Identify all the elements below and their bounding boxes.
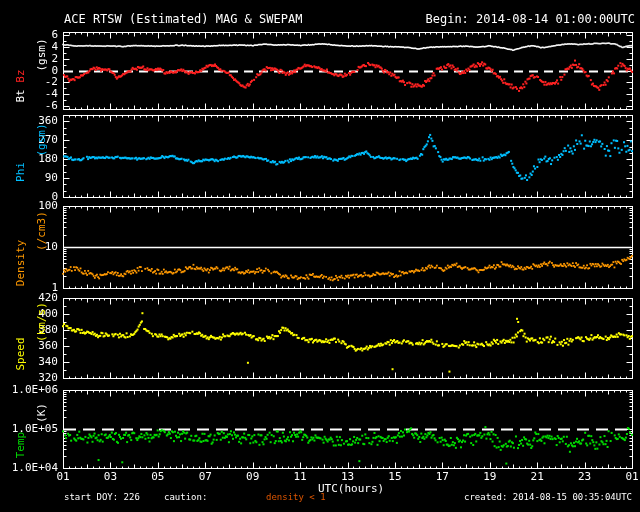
y-tick-label: 420: [0, 292, 58, 304]
panel-ylabel-name: Temp: [14, 431, 27, 458]
caution-label: caution:: [164, 492, 207, 502]
y-tick-label: 400: [0, 308, 58, 320]
x-tick-label: 17: [425, 471, 459, 483]
y-tick-label: 360: [0, 115, 58, 127]
y-tick-label: 380: [0, 324, 58, 336]
panel-ylabel-name: Speed: [14, 337, 27, 370]
x-tick-label: 07: [188, 471, 222, 483]
x-tick-label: 11: [283, 471, 317, 483]
x-tick-label: 01: [46, 471, 80, 483]
y-tick-label: -6: [0, 100, 58, 112]
start-doy-text: start DOY: 226: [64, 492, 140, 502]
y-tick-label: 270: [0, 134, 58, 146]
y-tick-label: 180: [0, 153, 58, 165]
panel-ylabel-units: (km/s): [35, 302, 48, 342]
panel-ylabel-units: (K): [35, 403, 48, 423]
x-tick-label: 01: [615, 471, 640, 483]
panel-ylabel-name: Density: [14, 240, 27, 286]
y-tick-label: 1.0E+05: [0, 423, 58, 435]
x-axis-title: UTC(hours): [318, 482, 384, 495]
y-tick-label: 1.0E+06: [0, 384, 58, 396]
axis-labels-overlay: 6420-2-4-6(gsm)Bt Bz360270180900(gsm)Phi…: [0, 0, 640, 512]
caution-value: density < 1: [266, 492, 326, 502]
y-tick-label: 100: [0, 200, 58, 212]
x-tick-label: 23: [568, 471, 602, 483]
ace-rtsw-plot: ACE RTSW (Estimated) MAG & SWEPAM Begin:…: [0, 0, 640, 512]
x-tick-label: 19: [473, 471, 507, 483]
panel-ylabel-units: (/cm3): [35, 211, 48, 251]
created-timestamp: created: 2014-08-15 00:35:04UTC: [464, 492, 632, 502]
y-tick-label: 90: [0, 172, 58, 184]
y-tick-label: 340: [0, 356, 58, 368]
x-tick-label: 05: [141, 471, 175, 483]
panel-ylabel-name: Phi: [14, 162, 27, 182]
x-tick-label: 21: [520, 471, 554, 483]
panel-ylabel-units: (gsm): [35, 123, 48, 156]
x-tick-label: 03: [93, 471, 127, 483]
y-tick-label: 2: [0, 53, 58, 65]
y-tick-label: 360: [0, 340, 58, 352]
panel-ylabel-units: (gsm): [35, 39, 48, 72]
panel-ylabel-name: Bt Bz: [14, 69, 27, 102]
y-tick-label: 6: [0, 29, 58, 41]
y-tick-label: 4: [0, 41, 58, 53]
y-tick-label: 10: [0, 241, 58, 253]
x-tick-label: 09: [236, 471, 270, 483]
